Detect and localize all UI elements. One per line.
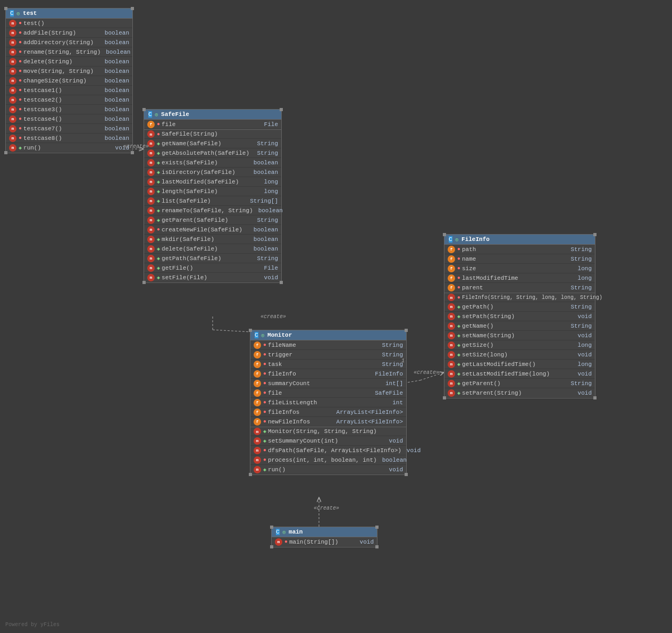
- resize-br[interactable]: [593, 396, 597, 399]
- m-icon: m: [9, 77, 16, 85]
- method-name: getParent(SafeFile): [162, 217, 228, 223]
- type: ArrayList<FileInfo>: [331, 409, 403, 415]
- resize-br[interactable]: [405, 473, 408, 476]
- resize-br[interactable]: [280, 281, 283, 284]
- main-header: C ◎ main: [272, 527, 377, 537]
- monitor-field-6: f ● file SafeFile: [250, 388, 406, 398]
- resize-tr[interactable]: [405, 329, 408, 332]
- method-name: delete(SafeFile): [162, 246, 218, 252]
- type: boolean: [99, 39, 129, 46]
- method-name: rename(String, String): [23, 49, 100, 55]
- watermark: Powered by yFiles: [5, 622, 60, 628]
- type: int[]: [380, 380, 403, 387]
- monitor-method-4: m ◈ run() void: [250, 465, 406, 474]
- type: String: [251, 150, 278, 156]
- type: long: [573, 361, 592, 368]
- test-class-icon: C: [10, 10, 14, 16]
- resize-tl[interactable]: [4, 7, 7, 10]
- resize-tl[interactable]: [443, 233, 446, 236]
- fileinfo-constructor: m ● FileInfo(String, String, long, long,…: [444, 293, 595, 302]
- mod: ●: [263, 342, 266, 348]
- resize-tl[interactable]: [249, 329, 252, 332]
- type: File: [259, 121, 278, 128]
- m-icon: m: [147, 236, 155, 243]
- mod: ●: [457, 256, 460, 262]
- method-name: testcase4(): [23, 116, 62, 122]
- resize-bl[interactable]: [443, 396, 446, 399]
- resize-bl[interactable]: [142, 281, 146, 284]
- resize-tl[interactable]: [270, 526, 273, 529]
- resize-tr[interactable]: [375, 526, 379, 529]
- method-name: setName(String): [462, 332, 515, 339]
- m-icon: m: [9, 29, 16, 37]
- mod: ◈: [157, 217, 160, 223]
- mod: ◈: [157, 265, 160, 271]
- type: boolean: [100, 49, 130, 55]
- test-method-4: m ● rename(String, String) boolean: [6, 47, 132, 57]
- resize-bl[interactable]: [249, 473, 252, 476]
- method-name: getPath(SafeFile): [162, 255, 221, 262]
- mod: ●: [19, 135, 22, 141]
- method-name: testcase1(): [23, 87, 62, 94]
- mod: ●: [263, 399, 266, 405]
- mod: ◈: [457, 304, 460, 310]
- resize-tr[interactable]: [593, 233, 597, 236]
- resize-bl[interactable]: [4, 151, 7, 154]
- method-name: main(String[]): [289, 539, 338, 545]
- method-name: test(): [23, 20, 45, 27]
- safefile-method-12: m ◈ delete(SafeFile) boolean: [144, 244, 281, 254]
- m-icon: m: [448, 370, 455, 378]
- m-icon: m: [254, 437, 261, 445]
- resize-tr[interactable]: [280, 108, 283, 111]
- type: boolean: [99, 30, 129, 36]
- safefile-method-15: m ◈ setFile(File) void: [144, 273, 281, 282]
- mod: ◈: [457, 342, 460, 348]
- method-name: length(SafeFile): [162, 188, 218, 195]
- type: String: [565, 380, 592, 387]
- resize-tr[interactable]: [131, 7, 134, 10]
- type: boolean: [99, 116, 129, 122]
- type: String: [565, 246, 592, 253]
- test-method-3: m ● addDirectory(String) boolean: [6, 38, 132, 47]
- m-icon: m: [9, 135, 16, 142]
- m-icon: m: [448, 361, 455, 368]
- fileinfo-method-10: m ◈ setParent(String) void: [444, 388, 595, 398]
- type: long: [259, 179, 278, 185]
- resize-bl[interactable]: [270, 545, 273, 548]
- method-name: testcase8(): [23, 135, 62, 141]
- type: String: [565, 256, 592, 262]
- resize-tl[interactable]: [142, 108, 146, 111]
- mod: ◈: [157, 179, 160, 185]
- safefile-method-2: m ◈ getAbsolutePath(SafeFile) String: [144, 148, 281, 158]
- resize-br[interactable]: [131, 151, 134, 154]
- m-icon: m: [448, 342, 455, 349]
- fileinfo-method-5: m ◈ getSize() long: [444, 340, 595, 350]
- type: long: [573, 342, 592, 348]
- method-name: testcase3(): [23, 106, 62, 113]
- monitor-field-3: f ● task String: [250, 360, 406, 369]
- mod: ●: [19, 106, 22, 112]
- field-name: fileInfo: [268, 371, 296, 377]
- field-name: parent: [462, 285, 483, 291]
- mod: ◈: [457, 380, 460, 387]
- mod: ◈: [263, 467, 266, 473]
- resize-br[interactable]: [375, 545, 379, 548]
- safefile-method-5: m ◈ lastModified(SafeFile) long: [144, 177, 281, 187]
- method-name: setFile(File): [162, 274, 207, 281]
- method-name: setPath(String): [462, 313, 515, 320]
- fileinfo-field-lastmod: f ● lastModifiedTime long: [444, 273, 595, 283]
- safefile-method-11: m ◈ mkdir(SafeFile) boolean: [144, 235, 281, 244]
- mod: ●: [457, 285, 460, 290]
- mod: ●: [157, 131, 160, 137]
- monitor-field-8: f ● fileInfos ArrayList<FileInfo>: [250, 407, 406, 417]
- m-icon: m: [147, 264, 155, 272]
- type: File: [259, 265, 278, 271]
- m-icon: m: [9, 115, 16, 123]
- mod: ●: [457, 295, 460, 301]
- type: void: [355, 539, 374, 545]
- safefile-method-10: m ● createNewFile(SafeFile) boolean: [144, 225, 281, 235]
- method-name: FileInfo(String, String, long, long, Str…: [462, 295, 602, 301]
- mod: ◈: [263, 438, 266, 444]
- fileinfo-stereotype: ◎: [456, 237, 458, 243]
- type: boolean: [99, 106, 129, 113]
